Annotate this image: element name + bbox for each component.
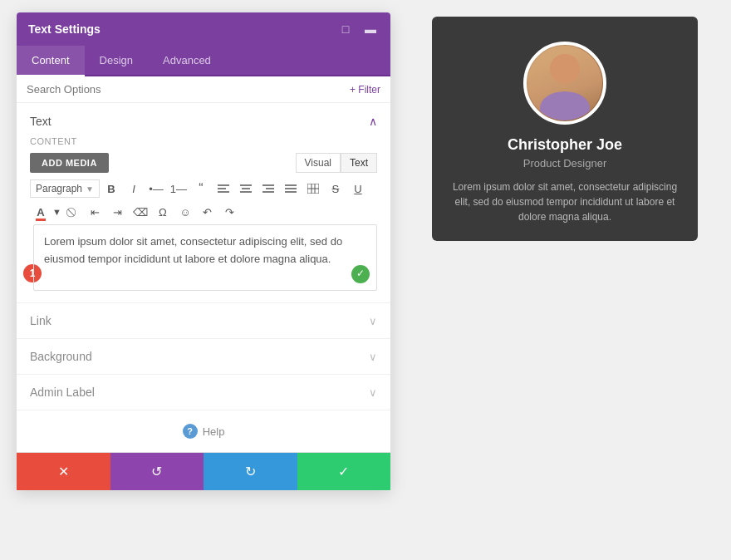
content-label: Content bbox=[30, 136, 377, 146]
text-section: Text ∧ Content ADD MEDIA Visual Text Par… bbox=[17, 103, 390, 303]
profile-card: Christopher Joe Product Designer Lorem i… bbox=[432, 17, 698, 241]
help-text[interactable]: Help bbox=[203, 425, 225, 438]
header-icons: □ ▬ bbox=[337, 21, 379, 37]
search-input[interactable] bbox=[27, 83, 350, 96]
visual-mode-button[interactable]: Visual bbox=[296, 153, 341, 173]
tab-content[interactable]: Content bbox=[17, 46, 85, 76]
tabs-bar: Content Design Advanced bbox=[17, 46, 390, 76]
add-media-button[interactable]: ADD MEDIA bbox=[30, 153, 109, 173]
profile-bio: Lorem ipsum dolor sit amet, consectetur … bbox=[449, 179, 681, 224]
panel-header: Text Settings □ ▬ bbox=[17, 12, 390, 46]
avatar bbox=[523, 42, 606, 125]
emoji-button[interactable]: ☺ bbox=[174, 201, 196, 223]
paragraph-caret: ▼ bbox=[86, 184, 94, 194]
action-bar: ✕ ↺ ↻ ✓ bbox=[17, 452, 390, 490]
profile-title: Product Designer bbox=[523, 157, 606, 169]
italic-button[interactable]: I bbox=[123, 178, 145, 199]
unordered-list-button[interactable]: •— bbox=[145, 178, 167, 199]
text-mode-button[interactable]: Text bbox=[341, 153, 377, 173]
table-button[interactable] bbox=[302, 178, 324, 199]
expand-icon[interactable]: ▬ bbox=[362, 21, 379, 37]
link-section[interactable]: Link ∨ bbox=[17, 303, 390, 339]
avatar-image bbox=[527, 46, 602, 120]
compress-icon[interactable]: □ bbox=[337, 21, 354, 37]
search-bar: + Filter bbox=[17, 76, 390, 103]
ordered-list-button[interactable]: 1— bbox=[168, 178, 189, 199]
align-center-button[interactable] bbox=[235, 178, 257, 199]
color-caret[interactable]: ▼ bbox=[52, 207, 61, 217]
filter-button[interactable]: + Filter bbox=[350, 84, 380, 96]
profile-name: Christopher Joe bbox=[508, 136, 622, 154]
redo-editor-button[interactable]: ↷ bbox=[219, 201, 241, 223]
strikethrough-button[interactable]: S bbox=[325, 178, 346, 199]
clear-btn2[interactable]: ⌫ bbox=[130, 201, 151, 223]
paragraph-label: Paragraph bbox=[36, 183, 82, 194]
redo-button[interactable]: ↻ bbox=[204, 453, 297, 490]
bold-button[interactable]: B bbox=[101, 178, 122, 199]
background-label: Background bbox=[30, 350, 92, 363]
panel-content: Text ∧ Content ADD MEDIA Visual Text Par… bbox=[17, 103, 390, 452]
tab-design[interactable]: Design bbox=[85, 46, 148, 76]
tab-advanced[interactable]: Advanced bbox=[148, 46, 226, 76]
toolbar-mode: Visual Text bbox=[296, 153, 377, 173]
underline-button[interactable]: U bbox=[347, 178, 369, 199]
editor-wrapper: 1 Lorem ipsum dolor sit amet, consectetu… bbox=[30, 224, 377, 291]
undo-button[interactable]: ↺ bbox=[110, 453, 204, 490]
editor-text: Lorem ipsum dolor sit amet, consectetur … bbox=[44, 235, 342, 265]
toolbar-top-row: ADD MEDIA Visual Text bbox=[30, 153, 377, 173]
link-label: Link bbox=[30, 314, 52, 327]
background-caret-icon: ∨ bbox=[369, 351, 377, 363]
text-section-title: Text bbox=[30, 115, 52, 128]
text-color-button[interactable]: A bbox=[30, 201, 52, 223]
quote-button[interactable]: “ bbox=[190, 178, 212, 199]
panel-title: Text Settings bbox=[28, 22, 101, 36]
help-icon: ? bbox=[183, 424, 198, 439]
success-indicator bbox=[351, 265, 370, 283]
align-left-button[interactable] bbox=[213, 178, 234, 199]
undo-editor-button[interactable]: ↶ bbox=[197, 201, 218, 223]
link-caret-icon: ∨ bbox=[369, 315, 377, 327]
background-section[interactable]: Background ∨ bbox=[17, 339, 390, 375]
indent-right-button[interactable]: ⇥ bbox=[107, 201, 129, 223]
admin-label-text: Admin Label bbox=[30, 386, 95, 399]
avatar-head bbox=[550, 54, 580, 84]
help-section: ? Help bbox=[17, 410, 390, 452]
paragraph-select[interactable]: Paragraph ▼ bbox=[30, 179, 100, 198]
indent-left-button[interactable]: ⇤ bbox=[85, 201, 106, 223]
admin-caret-icon: ∨ bbox=[369, 386, 377, 399]
clear-format-button[interactable]: ⃠ bbox=[62, 201, 84, 223]
editor-content[interactable]: Lorem ipsum dolor sit amet, consectetur … bbox=[33, 224, 377, 291]
avatar-body bbox=[540, 91, 590, 120]
special-char-button[interactable]: Ω bbox=[152, 201, 174, 223]
admin-label-section[interactable]: Admin Label ∨ bbox=[17, 375, 390, 410]
collapse-icon[interactable]: ∧ bbox=[369, 115, 377, 128]
align-right-button[interactable] bbox=[258, 178, 279, 199]
toolbar-row-1: Paragraph ▼ B I •— 1— “ bbox=[30, 178, 377, 199]
cancel-button[interactable]: ✕ bbox=[17, 453, 110, 490]
toolbar-row-2: A ▼ ⃠ ⇤ ⇥ ⌫ Ω ☺ ↶ ↷ bbox=[30, 201, 377, 223]
settings-panel: Text Settings □ ▬ Content Design Advance… bbox=[17, 12, 390, 490]
justify-button[interactable] bbox=[280, 178, 302, 199]
save-button[interactable]: ✓ bbox=[297, 453, 391, 490]
text-section-header: Text ∧ bbox=[30, 115, 377, 128]
